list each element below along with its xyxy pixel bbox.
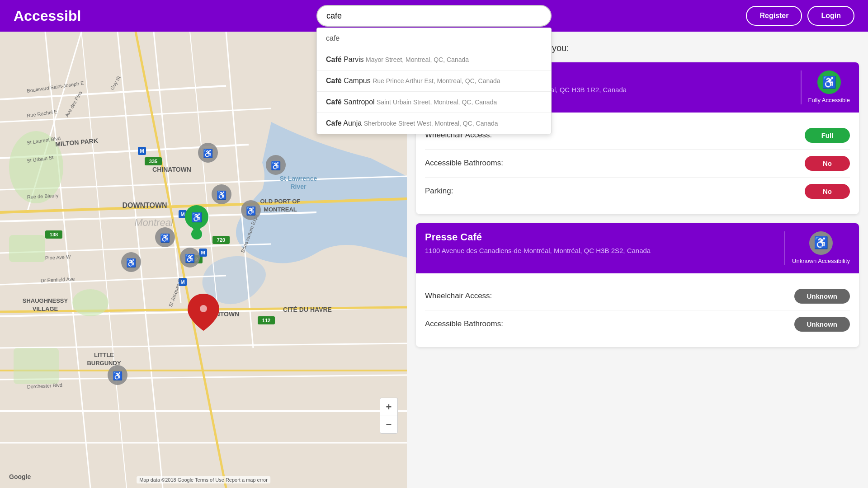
svg-text:River: River (290, 183, 307, 190)
result-label-1-1: Accessible Bathrooms: (425, 319, 503, 328)
svg-text:♿: ♿ (271, 161, 281, 171)
svg-text:Montreal: Montreal (134, 217, 174, 228)
result-card-1: Presse Café 1100 Avenue des Canadiens-de… (416, 223, 859, 347)
zoom-out-button[interactable]: − (380, 416, 398, 434)
status-badge-1-0: Unknown (794, 289, 850, 304)
svg-text:♿: ♿ (217, 190, 227, 200)
header: Accessibl cafe Café Parvis Mayor Street,… (0, 0, 868, 32)
svg-text:138: 138 (50, 232, 58, 237)
svg-text:M: M (201, 250, 205, 255)
status-badge-0-2: No (805, 184, 850, 199)
dropdown-item-0[interactable]: cafe (317, 28, 551, 49)
svg-text:St Lawrence: St Lawrence (280, 175, 317, 182)
svg-text:CHINATOWN: CHINATOWN (152, 166, 191, 173)
badge-label-0: Fully Accessible (808, 97, 850, 104)
svg-text:♿: ♿ (246, 206, 256, 216)
svg-text:♿: ♿ (160, 233, 170, 243)
result-row-1-1: Accessible Bathrooms: Unknown (425, 310, 850, 338)
svg-text:335: 335 (149, 159, 157, 164)
result-card-badge-0: ♿ Fully Accessible (801, 70, 850, 104)
dropdown-light-1: Mayor Street, Montreal, QC, Canada (366, 56, 469, 63)
result-label-0-1: Accessible Bathrooms: (425, 159, 503, 168)
result-card-badge-1: ♿ Unknown Accessibility (784, 231, 850, 265)
svg-text:112: 112 (262, 318, 270, 323)
svg-text:DOWNTOWN: DOWNTOWN (122, 202, 167, 209)
search-input[interactable] (316, 5, 552, 27)
result-card-info-1: Presse Café 1100 Avenue des Canadiens-de… (425, 231, 651, 255)
result-row-0-1: Accessible Bathrooms: No (425, 150, 850, 178)
dropdown-item-4[interactable]: Cafe Aunja Sherbrooke Street West, Montr… (317, 113, 551, 134)
dropdown-item-2[interactable]: Café Campus Rue Prince Arthur Est, Montr… (317, 70, 551, 92)
svg-rect-27 (14, 348, 59, 384)
map-attribution: Map data ©2018 Google Terms of Use Repor… (137, 476, 270, 483)
wheelchair-icon-0: ♿ (822, 75, 836, 89)
dropdown-text-0: cafe (326, 34, 340, 42)
dropdown-bold-1: Café (326, 56, 342, 63)
dropdown-bold-2: Café (326, 77, 342, 84)
search-dropdown: cafe Café Parvis Mayor Street, Montreal,… (316, 28, 552, 134)
svg-text:OLD PORT OF: OLD PORT OF (260, 198, 301, 205)
result-card-address-1: 1100 Avenue des Canadiens-de-Montréal, M… (425, 246, 651, 255)
zoom-in-button[interactable]: + (380, 398, 398, 416)
result-row-1-0: Wheelchair Access: Unknown (425, 282, 850, 310)
svg-text:Google: Google (9, 473, 31, 480)
svg-text:VILLAGE: VILLAGE (33, 305, 58, 312)
result-label-0-2: Parking: (425, 187, 453, 196)
svg-text:SHAUGHNESSY: SHAUGHNESSY (23, 297, 68, 304)
wheelchair-icon-1: ♿ (814, 236, 828, 250)
map-zoom-controls: + − (380, 398, 398, 434)
dropdown-light-3: Saint Urbain Street, Montreal, QC, Canad… (377, 99, 497, 106)
dropdown-bold-4: Cafe (326, 119, 342, 127)
dropdown-rest-4: Aunja (343, 119, 362, 127)
svg-text:LITTLE: LITTLE (94, 352, 114, 358)
accessibility-icon-1: ♿ (809, 231, 833, 255)
register-button[interactable]: Register (746, 6, 802, 26)
svg-text:♿: ♿ (191, 212, 203, 223)
result-label-1-0: Wheelchair Access: (425, 291, 492, 300)
app-title: Accessibl (14, 8, 81, 24)
svg-text:M: M (140, 148, 144, 154)
search-container: cafe Café Parvis Mayor Street, Montreal,… (316, 5, 552, 27)
svg-point-26 (72, 289, 108, 316)
status-badge-0-0: Full (805, 128, 850, 143)
status-badge-0-1: No (805, 156, 850, 171)
result-card-body-1: Wheelchair Access: Unknown Accessible Ba… (416, 273, 859, 347)
result-card-header-1: Presse Café 1100 Avenue des Canadiens-de… (416, 223, 859, 273)
dropdown-rest-2: Campus (344, 77, 371, 84)
dropdown-rest-3: Santropol (344, 98, 375, 106)
dropdown-rest-1: Parvis (344, 56, 363, 63)
svg-text:720: 720 (217, 237, 225, 243)
svg-point-93 (200, 305, 207, 312)
svg-text:MONTREAL: MONTREAL (264, 206, 297, 213)
header-buttons: Register Login (746, 6, 854, 26)
accessibility-icon-0: ♿ (817, 70, 841, 94)
svg-rect-25 (9, 235, 45, 262)
svg-text:♿: ♿ (185, 253, 195, 263)
login-button[interactable]: Login (807, 6, 854, 26)
dropdown-item-1[interactable]: Café Parvis Mayor Street, Montreal, QC, … (317, 49, 551, 70)
result-row-0-2: Parking: No (425, 178, 850, 205)
svg-text:♿: ♿ (203, 149, 213, 159)
result-card-title-1: Presse Café (425, 231, 651, 243)
dropdown-light-2: Rue Prince Arthur Est, Montreal, QC, Can… (373, 77, 500, 84)
dropdown-light-4: Sherbrooke Street West, Montreal, QC, Ca… (364, 120, 498, 127)
badge-label-1: Unknown Accessibility (792, 258, 850, 265)
svg-text:CITÉ DU HAVRE: CITÉ DU HAVRE (283, 306, 332, 313)
dropdown-item-3[interactable]: Café Santropol Saint Urbain Street, Mont… (317, 92, 551, 113)
status-badge-1-1: Unknown (794, 317, 850, 332)
svg-text:M: M (180, 211, 184, 217)
dropdown-bold-3: Café (326, 98, 342, 106)
svg-text:♿: ♿ (113, 371, 123, 381)
svg-text:♿: ♿ (126, 258, 137, 268)
